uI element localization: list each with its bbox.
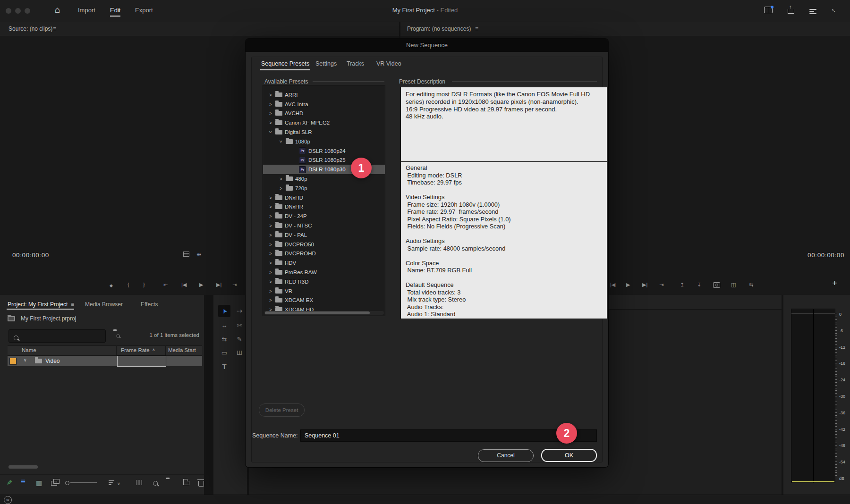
column-frame-rate[interactable]: Frame Rate [121, 347, 150, 353]
tree-item-720p[interactable]: >720p [263, 184, 385, 193]
find-icon[interactable] [153, 479, 158, 487]
ok-button[interactable]: OK [541, 449, 597, 462]
selection-tool[interactable]: ➤ [218, 305, 230, 317]
chevron-right-icon[interactable]: > [268, 242, 273, 247]
tree-item-arri[interactable]: >ARRI [263, 90, 385, 100]
project-file-name[interactable]: My First Project.prproj [21, 315, 76, 322]
tree-item-dv-ntsc[interactable]: >DV - NTSC [263, 221, 385, 230]
tab-tracks[interactable]: Tracks [347, 60, 364, 67]
nav-tab-import[interactable]: Import [78, 7, 95, 14]
chevron-right-icon[interactable]: > [268, 195, 273, 201]
chevron-right-icon[interactable]: > [268, 120, 273, 126]
tree-item-dnxhr[interactable]: >DNxHR [263, 202, 385, 212]
window-close-button[interactable] [6, 8, 11, 14]
rectangle-tool[interactable]: ▭ [218, 346, 230, 359]
nav-tab-export[interactable]: Export [135, 7, 153, 14]
tree-item-dvcprohd[interactable]: >DVCPROHD [263, 249, 385, 259]
home-icon[interactable]: ⌂ [55, 5, 60, 15]
tree-item-dnxhd[interactable]: >DNxHD [263, 193, 385, 202]
find-in-project-icon[interactable] [113, 331, 124, 340]
chevron-right-icon[interactable]: > [268, 279, 273, 285]
chevron-down-icon[interactable]: > [278, 139, 284, 144]
source-panel-menu-icon[interactable]: ≡ [53, 25, 56, 32]
chevron-right-icon[interactable]: > [278, 185, 284, 191]
tree-item-dslr-1080p24[interactable]: PrDSLR 1080p24 [263, 146, 385, 156]
chevron-right-icon[interactable]: > [268, 232, 273, 238]
add-marker-icon[interactable]: ◆ [110, 283, 113, 288]
search-input[interactable] [8, 329, 106, 343]
tree-scrollbar-thumb[interactable] [265, 311, 370, 314]
step-back-icon[interactable]: |◀ [610, 282, 615, 288]
program-panel-menu-icon[interactable]: ≡ [475, 25, 478, 32]
freeform-view-icon[interactable] [51, 479, 57, 487]
sequence-name-input[interactable]: Sequence 01 [300, 429, 597, 442]
tree-item-digital-slr[interactable]: >Digital SLR [263, 127, 385, 137]
window-zoom-button[interactable] [25, 8, 30, 14]
writable-pencil-icon[interactable]: ✎ [7, 479, 12, 487]
step-forward-icon[interactable]: ▶| [216, 282, 221, 288]
delete-icon[interactable] [198, 479, 204, 488]
chevron-right-icon[interactable]: > [268, 223, 273, 228]
tab-settings[interactable]: Settings [315, 60, 337, 67]
chevron-down-icon[interactable]: > [268, 129, 273, 135]
label-color-chip[interactable] [9, 358, 17, 365]
ripple-edit-tool[interactable]: ↔ [218, 319, 230, 331]
step-forward-icon[interactable]: ▶| [642, 282, 647, 288]
tab-effects[interactable]: Effects [141, 301, 158, 308]
go-to-in-icon[interactable]: ⇤ [163, 282, 168, 288]
extract-icon[interactable]: ↧ [697, 282, 701, 288]
mark-in-icon[interactable]: { [128, 282, 129, 287]
drag-video-audio-icon[interactable]: ⇻ [196, 251, 201, 258]
button-editor-icon[interactable]: + [832, 278, 837, 288]
icon-view-icon[interactable]: ▥ [36, 479, 42, 487]
delete-preset-button[interactable]: Delete Preset [259, 403, 305, 417]
tab-media-browser[interactable]: Media Browser [85, 301, 123, 308]
presets-tree[interactable]: >XDCAM HD>XDCAM EX>VR>RED R3D>ProRes RAW… [263, 85, 385, 316]
project-panel-menu-icon[interactable]: ≡ [71, 301, 74, 308]
chevron-right-icon[interactable]: > [268, 260, 273, 266]
tree-item-dv-pal[interactable]: >DV - PAL [263, 230, 385, 240]
tree-item-red-r3d[interactable]: >RED R3D [263, 277, 385, 286]
tree-item-prores-raw[interactable]: >ProRes RAW [263, 268, 385, 277]
pen-tool[interactable]: ✎ [233, 333, 246, 345]
go-to-out-icon[interactable]: ⇥ [659, 282, 663, 288]
quick-export-icon[interactable] [788, 7, 794, 16]
slip-tool[interactable]: ⇆ [218, 333, 230, 345]
monitor-settings-icon[interactable] [183, 252, 189, 258]
program-timecode[interactable]: 00:00:00:00 [808, 252, 844, 259]
chevron-right-icon[interactable]: > [268, 297, 273, 303]
chevron-right-icon[interactable]: > [268, 269, 273, 275]
multicam-icon[interactable]: ⇆ [749, 282, 753, 288]
chevron-right-icon[interactable]: > [278, 176, 284, 182]
expand-chevron-icon[interactable]: ∨ [24, 358, 27, 362]
column-media-start[interactable]: Media Start [168, 347, 196, 353]
tab-vr-video[interactable]: VR Video [376, 60, 401, 67]
go-to-out-icon[interactable]: ⇥ [232, 282, 237, 288]
filmstrip-view-icon[interactable] [136, 479, 143, 487]
frame-rate-cell[interactable] [117, 356, 166, 367]
play-icon[interactable]: ▶ [199, 282, 203, 288]
tree-item-canon-xf-mpeg2[interactable]: >Canon XF MPEG2 [263, 118, 385, 127]
table-header[interactable]: Name Frame Rate ∧ Media Start [8, 345, 202, 356]
chevron-right-icon[interactable]: > [268, 110, 273, 116]
bin-row-video[interactable]: ∨ Video [8, 356, 202, 366]
mark-out-icon[interactable]: } [143, 282, 145, 287]
hand-tool[interactable]: Ш [233, 346, 246, 359]
fullscreen-icon[interactable]: ↔ [831, 6, 838, 14]
comparison-view-icon[interactable]: ◫ [731, 282, 736, 288]
source-panel-tab[interactable]: Source: (no clips) [8, 25, 52, 32]
chevron-right-icon[interactable]: > [268, 288, 273, 294]
project-scrollbar-thumb[interactable] [8, 465, 38, 469]
tree-item-hdv[interactable]: >HDV [263, 258, 385, 268]
tree-item-xdcam-ex[interactable]: >XDCAM EX [263, 296, 385, 305]
chevron-right-icon[interactable]: > [268, 213, 273, 219]
cancel-button[interactable]: Cancel [478, 449, 534, 462]
sort-ascending-icon[interactable]: ∧ [152, 347, 155, 352]
chevron-right-icon[interactable]: > [268, 92, 273, 98]
list-view-icon[interactable]: ≡ [21, 477, 26, 487]
track-select-forward-tool[interactable]: ⇢ [233, 305, 246, 317]
source-timecode[interactable]: 00:00:00:00 [12, 252, 49, 259]
tree-scrollbar[interactable] [264, 311, 384, 315]
tree-item-dvcpro50[interactable]: >DVCPRO50 [263, 240, 385, 249]
play-icon[interactable]: ▶ [626, 282, 630, 288]
